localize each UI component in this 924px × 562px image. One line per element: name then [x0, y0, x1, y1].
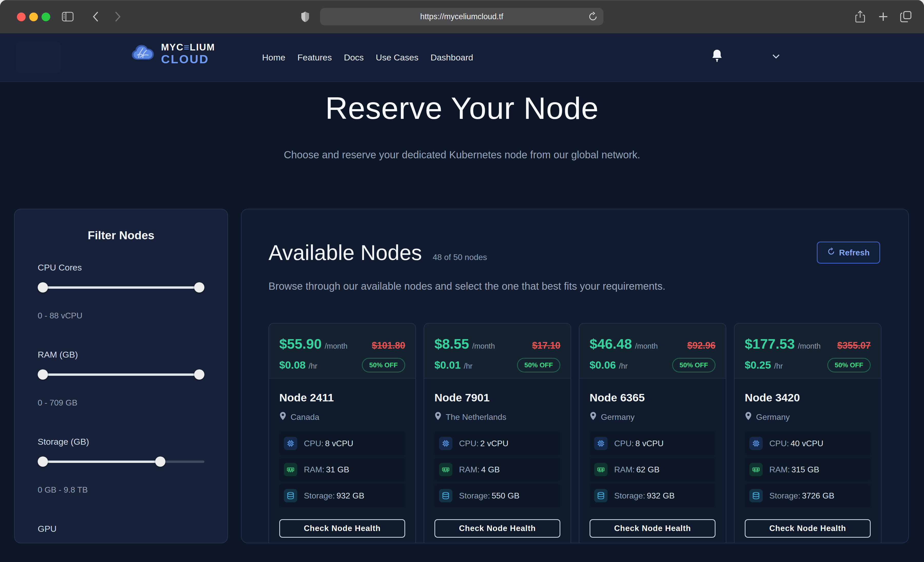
storage-icon [284, 489, 297, 502]
node-cards-grid: $55.90/month$101.80$0.08/hr50% OFFNode 2… [268, 323, 881, 543]
filter-panel-title: Filter Nodes [15, 229, 228, 242]
cpu-icon [749, 437, 763, 450]
check-node-health-button[interactable]: Check Node Health [590, 519, 716, 538]
check-node-health-button[interactable]: Check Node Health [279, 519, 405, 538]
cpu-value: 8 vCPU [635, 439, 663, 448]
filter-label: Storage (GB) [38, 437, 204, 447]
card-body: Node 3420GermanyCPU:40 vCPURAM:315 GBSto… [735, 378, 881, 538]
storage-label: Storage: [614, 491, 645, 500]
ram-spec-row: RAM:315 GB [745, 458, 871, 481]
nav-link-dashboard[interactable]: Dashboard [430, 52, 473, 63]
check-node-health-button[interactable]: Check Node Health [434, 519, 560, 538]
monthly-price: $46.48 [590, 336, 632, 351]
node-count-text: 48 of 50 nodes [433, 253, 487, 262]
cpu-icon [439, 437, 452, 450]
slider-handle-min[interactable] [38, 456, 48, 467]
address-bar[interactable]: https://myceliumcloud.tf [320, 8, 603, 25]
storage-icon [749, 489, 763, 502]
new-tab-icon[interactable] [875, 9, 891, 25]
node-card: $8.55/month$17.10$0.01/hr50% OFFNode 790… [424, 323, 571, 543]
page-subtitle: Choose and reserve your dedicated Kubern… [0, 149, 924, 161]
privacy-shield-icon[interactable] [297, 9, 314, 25]
storage-spec-row: Storage:550 GB [434, 484, 560, 507]
site-navbar: MYC≡LIUM CLOUD HomeFeaturesDocsUse Cases… [0, 33, 924, 82]
node-name: Node 7901 [434, 392, 560, 404]
storage-label: Storage: [304, 491, 335, 500]
hourly-price: $0.25 [745, 359, 771, 371]
cpu-icon [594, 437, 608, 450]
slider-handle-max[interactable] [194, 282, 204, 293]
ram-value: 31 GB [326, 465, 349, 474]
slider-handle-min[interactable] [38, 369, 48, 380]
site-logo[interactable]: MYC≡LIUM CLOUD [130, 42, 215, 65]
sidebar-toggle-icon[interactable] [60, 9, 76, 25]
ram-value: 4 GB [481, 465, 500, 474]
filter-range-text: 0 GB - 9.8 TB [38, 485, 204, 495]
card-body: Node 7901The NetherlandsCPU:2 vCPURAM:4 … [424, 378, 571, 538]
range-slider[interactable] [38, 369, 204, 380]
storage-value: 932 GB [647, 491, 675, 500]
filter-label: CPU Cores [38, 263, 204, 272]
gpu-toggle[interactable] [38, 543, 81, 543]
per-month-unit: /month [635, 342, 658, 350]
cpu-value: 2 vCPU [480, 439, 508, 448]
original-price: $92.96 [687, 340, 716, 351]
nav-link-use-cases[interactable]: Use Cases [376, 52, 418, 63]
nav-link-home[interactable]: Home [262, 52, 285, 63]
filter-group-storage-gb: Storage (GB)0 GB - 9.8 TB [38, 437, 204, 495]
storage-value: 550 GB [492, 491, 520, 500]
original-price: $17.10 [532, 340, 560, 351]
page-content: MYC≡LIUM CLOUD HomeFeaturesDocsUse Cases… [0, 33, 924, 562]
monthly-price: $177.53 [745, 336, 795, 351]
back-button[interactable] [87, 9, 104, 25]
storage-icon [594, 489, 608, 502]
ram-spec-row: RAM:31 GB [279, 458, 405, 481]
tab-overview-icon[interactable] [898, 9, 914, 25]
slider-handle-min[interactable] [38, 282, 48, 293]
ram-icon [749, 463, 763, 476]
refresh-button[interactable]: Refresh [817, 242, 880, 264]
per-month-unit: /month [325, 342, 348, 350]
location-pin-icon [279, 412, 286, 422]
zoom-window-button[interactable] [42, 13, 50, 21]
original-price: $101.80 [372, 340, 405, 351]
notifications-bell-icon[interactable] [711, 49, 723, 64]
share-icon[interactable] [852, 9, 868, 25]
cpu-spec-row: CPU:40 vCPU [745, 432, 871, 455]
range-slider[interactable] [38, 282, 204, 293]
card-price-header: $55.90/month$101.80$0.08/hr50% OFF [269, 323, 416, 378]
ram-icon [439, 463, 452, 476]
card-body: Node 2411CanadaCPU:8 vCPURAM:31 GBStorag… [269, 378, 416, 538]
per-hour-unit: /hr [309, 362, 318, 370]
nav-placeholder [16, 42, 61, 73]
slider-handle-max[interactable] [155, 456, 165, 467]
cpu-label: CPU: [770, 439, 789, 448]
minimize-window-button[interactable] [29, 13, 38, 21]
storage-spec-row: Storage:932 GB [590, 484, 716, 507]
discount-badge: 50% OFF [362, 358, 405, 372]
refresh-label: Refresh [839, 248, 870, 257]
per-hour-unit: /hr [774, 362, 783, 370]
url-text: https://myceliumcloud.tf [420, 12, 503, 21]
filter-label: RAM (GB) [38, 350, 204, 360]
slider-fill [38, 460, 163, 463]
nav-link-features[interactable]: Features [297, 52, 332, 63]
storage-spec-row: Storage:3726 GB [745, 484, 871, 507]
hourly-price: $0.06 [590, 359, 616, 371]
user-menu-chevron-down-icon[interactable] [771, 53, 781, 60]
spec-list: CPU:8 vCPURAM:62 GBStorage:932 GB [590, 432, 716, 507]
reload-icon[interactable] [588, 12, 598, 23]
slider-handle-max[interactable] [194, 369, 204, 380]
location-pin-icon [590, 412, 597, 422]
cpu-spec-row: CPU:8 vCPU [590, 432, 716, 455]
nav-link-docs[interactable]: Docs [344, 52, 364, 63]
ram-label: RAM: [304, 465, 324, 474]
available-nodes-panel: Available Nodes 48 of 50 nodes Refresh B… [241, 209, 909, 543]
range-slider[interactable] [38, 456, 204, 467]
node-card: $177.53/month$355.07$0.25/hr50% OFFNode … [734, 323, 881, 543]
node-card: $55.90/month$101.80$0.08/hr50% OFFNode 2… [268, 323, 416, 543]
forward-button[interactable] [110, 9, 126, 25]
close-window-button[interactable] [17, 13, 26, 21]
check-node-health-button[interactable]: Check Node Health [745, 519, 871, 538]
ram-icon [284, 463, 297, 476]
